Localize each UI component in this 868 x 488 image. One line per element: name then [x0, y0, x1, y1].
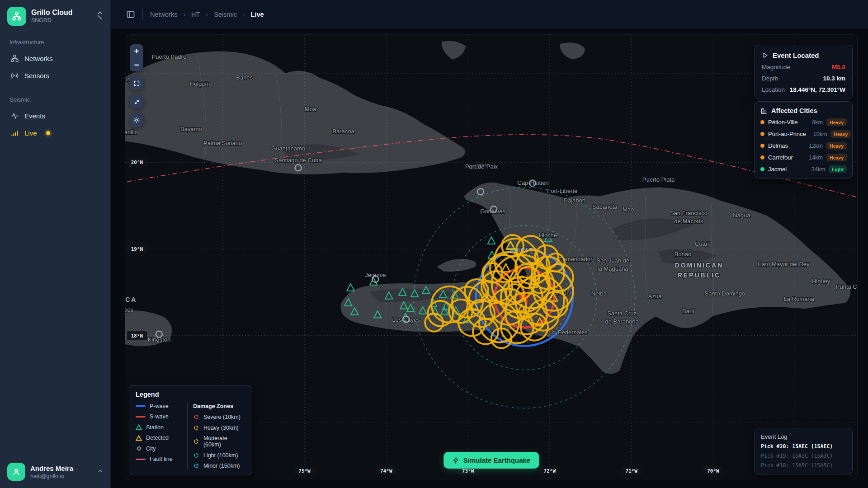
nav-section-label: Seismic [9, 96, 101, 103]
city-label: Palma Soriano [203, 140, 242, 147]
affected-city-row: Delmas12kmHeavy [760, 142, 847, 150]
affected-city-row: Port-au-Prince10kmHeavy [760, 130, 847, 138]
city-label: Moa [305, 106, 316, 113]
affected-cities-title: Affected Cities [771, 107, 817, 114]
play-icon [762, 52, 769, 59]
landmass-inagua [560, 42, 585, 60]
topbar: Networks›HT›Seismic›Live [111, 0, 868, 29]
damage-zone-label: Severe (10km) [203, 414, 241, 420]
station-triangle [488, 237, 495, 244]
city-label: Cotuí [695, 240, 709, 247]
sidebar-item-live[interactable]: Live [6, 124, 104, 141]
legend-item-label: Detected [146, 435, 169, 441]
affected-city-distance: 34km [811, 166, 826, 173]
severity-badge: Heavy [830, 130, 851, 138]
lon-label: 73°W [462, 468, 474, 474]
damage-zones-title: Damage Zones [193, 403, 245, 409]
city-circle-swatch [136, 446, 142, 450]
lon-label: 70°W [707, 468, 719, 474]
event-detail-label: Magnitude [762, 64, 790, 70]
sidebar-toggle-icon[interactable] [126, 10, 135, 19]
seismic-map[interactable]: HAITIDOMINICANREPUBLICJAMAICAPuerto Padr… [125, 34, 858, 480]
main-area: Networks›HT›Seismic›Live [111, 0, 868, 488]
expand-button[interactable] [130, 95, 143, 108]
sensors-icon [10, 71, 19, 80]
detected-triangle-swatch [136, 435, 142, 441]
event-located-panel: Event Located MagnitudeM5.0Depth10.3 kmL… [755, 45, 853, 99]
sidebar-item-events[interactable]: Events [6, 107, 104, 124]
station-triangle [347, 284, 354, 291]
damage-zone-item: Minor (150km) [193, 463, 245, 469]
city-label: Fort-Liberté [547, 188, 577, 194]
city-label: Bayamo [180, 126, 202, 132]
zone-circle-swatch [193, 453, 199, 458]
sidebar-item-label: Networks [24, 55, 53, 62]
breadcrumb-item-networks[interactable]: Networks [150, 11, 177, 18]
user-menu[interactable]: Andres Meira haiti@grillo.io [6, 462, 104, 482]
city-label: Baní [682, 308, 694, 314]
legend-item-label: Fault line [150, 456, 173, 462]
event-detail-value: 10.3 km [823, 75, 845, 82]
country-label: DOMINICAN [675, 262, 724, 269]
sidebar-item-sensors[interactable]: Sensors [6, 67, 104, 84]
legend-item: P-wave [136, 403, 186, 409]
legend-item-label: P-wave [150, 403, 169, 409]
damage-zone-label: Light (100km) [203, 452, 238, 459]
p-wave-swatch [136, 405, 146, 407]
lat-label: 20°N [131, 160, 143, 165]
breadcrumb-item-live[interactable]: Live [251, 11, 264, 18]
legend-item: Station [136, 424, 186, 431]
legend-item-label: Station [146, 424, 164, 431]
fullscreen-button[interactable] [130, 76, 143, 90]
city-label: Azua [648, 293, 662, 300]
fault-line-swatch [136, 459, 146, 460]
event-detail-value: 18.446°N, 72.301°W [790, 86, 845, 93]
breadcrumb-separator-icon: › [206, 11, 208, 18]
affected-city-distance: 8km [812, 119, 823, 126]
city-label: Nagua [733, 212, 750, 219]
lon-label: 71°W [625, 468, 637, 474]
legend-item-label: S-wave [150, 413, 169, 420]
network-icon [10, 54, 19, 63]
zone-circle-swatch [193, 464, 199, 468]
simulate-earthquake-button[interactable]: Simulate Earthquake [443, 452, 539, 469]
severity-badge: Heavy [826, 154, 847, 161]
live-icon [10, 128, 19, 137]
affected-city-distance: 10km [813, 131, 827, 137]
workspace-switcher[interactable]: Grillo Cloud SNGRD [6, 6, 104, 27]
breadcrumb-item-seismic[interactable]: Seismic [214, 11, 237, 18]
legend-item-label: City [146, 446, 156, 452]
city-label: Port-de-Paix [465, 163, 498, 170]
damage-zone-label: Minor (150km) [203, 463, 240, 469]
bolt-icon [452, 457, 459, 464]
city-label: Banes [236, 74, 253, 81]
zoom-out-button[interactable]: − [130, 58, 143, 71]
zoom-in-button[interactable]: + [130, 44, 143, 58]
city-label: San Juan de [596, 257, 629, 264]
legend-panel: Legend P-waveS-waveStationDetectedCityFa… [129, 385, 252, 476]
city-label: Jérémie [365, 272, 386, 278]
detected-station-triangle [502, 264, 510, 272]
sidebar-item-networks[interactable]: Networks [6, 50, 104, 67]
city-label: Punta Cana [836, 283, 857, 290]
event-log-title: Event Log [761, 433, 846, 440]
user-email: haiti@grillo.io [30, 473, 73, 479]
damage-zone-item: Severe (10km) [193, 414, 245, 420]
city-label: Baracoa [332, 128, 354, 135]
breadcrumb-item-ht[interactable]: HT [191, 11, 200, 18]
city-label: Les Cayes [392, 316, 420, 323]
city-label: la Maguana [598, 265, 629, 272]
affected-city-distance: 12km [809, 143, 823, 149]
sidebar-item-label: Live [24, 129, 37, 137]
sidebar: Grillo Cloud SNGRD InfrastructureNetwork… [0, 0, 111, 488]
affected-city-row: Jacmel34kmLight [760, 165, 847, 173]
city-label: Bonao [675, 251, 692, 258]
event-log-entry: Pick #20: 15AEC (15AEC) [761, 443, 846, 450]
zone-circle-swatch [193, 415, 199, 419]
content: HAITIDOMINICANREPUBLICJAMAICAPuerto Padr… [111, 29, 868, 488]
damage-zone-label: Moderate (60km) [203, 435, 245, 448]
legend-item: City [136, 446, 186, 452]
station-triangle-swatch [136, 424, 142, 430]
settings-button[interactable] [130, 113, 143, 127]
city-label: Pedernales [558, 329, 588, 336]
